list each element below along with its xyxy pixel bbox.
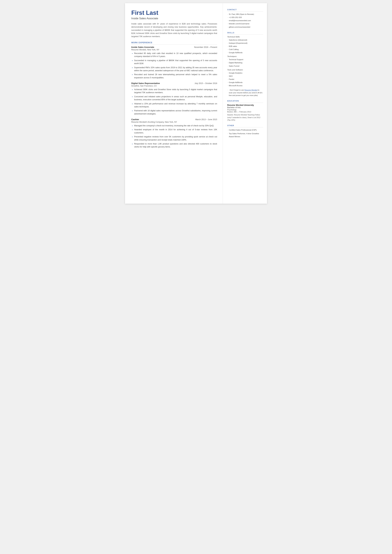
skill-technical-support: Technical Support [227,58,263,61]
skill-cold-calling: Cold Calling [227,48,263,51]
bullet-1-3: Superseded RW's 32% sales quota from 201… [131,66,217,72]
edu-dates: Boston, MA — February 2013 [227,111,263,113]
bullet-2-3: Attained a 15% job performance and reven… [131,102,217,108]
contact-title: CONTACT [227,9,263,12]
edu-degree: Bachelor of Arts [227,107,263,109]
other-item-1: Certified Sales Professional (CSP). [227,128,263,132]
bullet-2-1: Achieved 300K clicks and Growthsi Store … [131,88,217,94]
edu-school: Resume Worded University [227,104,263,106]
resume-worded-link[interactable]: Resume Worded [245,89,257,91]
job-block-3: Cashier March 2013 – June 2015 Resume Wo… [131,118,217,149]
skills-category-tools: Tools and Software: [227,69,263,71]
left-column: First Last Inside Sales Associate Inside… [125,3,223,204]
skill-seo: SEO [227,75,263,78]
job-title-1: Inside Sales Associate [131,46,154,48]
skill-b2b: B2B sales [227,45,263,48]
skills-note: · Don't forget to use Resume Worded to s… [227,89,263,97]
skill-sales-funnel: Sales Funnel [227,64,263,68]
right-column: CONTACT St. Paul, MN (Open to Remote) +1… [223,3,267,204]
job-header-1: Inside Sales Associate November 2018 – P… [131,46,217,48]
bullet-1-4: Recruited and trained 28 new telemarketi… [131,73,217,79]
contact-phone: +1-555-252-333 [227,16,263,19]
job-header-2: Digital Sales Representative July 2015 –… [131,82,217,85]
job-company-2: Growthsi, San Francisco, CA [131,85,217,87]
edu-awards: Awards: Resume Worded Teaching Fellow (o… [227,114,263,121]
bullet-3-4: Responded to more than 1.8K product ques… [131,142,217,149]
work-experience-title: WORK EXPERIENCE [131,42,217,45]
job-bullets-2: Achieved 300K clicks and Growthsi Store … [131,88,217,115]
bullet-3-1: Managed the company's check-out inventor… [131,124,217,127]
contact-section: CONTACT St. Paul, MN (Open to Remote) +1… [227,9,263,28]
skill-hubspot: Hubspot (Experienced) [227,42,263,45]
job-company-3: Resume Worded's Exciting Company, New Yo… [131,121,217,123]
skill-pardot: Pardot [227,78,263,81]
job-company-1: Resume Worded, New York, NY [131,49,217,51]
skills-section: SKILLS Technical Skills: Salesforce (Adv… [227,32,263,97]
job-block-1: Inside Sales Associate November 2018 – P… [131,46,217,79]
bullet-2-4: Partnered with 16 digital sales represen… [131,109,217,115]
contact-github: github.com/resumeworded [227,25,263,28]
bullet-3-2: Awarded employee of the month in 2014 fo… [131,128,217,134]
job-bullets-1: Recorded 95 daily cold calls that result… [131,52,217,79]
skill-salesforce: Salesforce (Advanced) [227,38,263,42]
contact-email: email@resumeworded.com [227,19,263,22]
bullet-2-2: Conceived and initiated sales projection… [131,95,217,101]
contact-linkedin: linkedin.com/in/username [227,22,263,25]
contact-location: St. Paul, MN (Open to Remote) [227,13,263,16]
other-title: OTHER [227,125,263,128]
work-experience-section: WORK EXPERIENCE Inside Sales Associate N… [131,42,217,149]
bullet-1-1: Recorded 95 daily cold calls that result… [131,52,217,58]
job-dates-2: July 2015 – October 2018 [195,82,217,85]
skill-google-analytics: Google Analytics [227,71,263,75]
job-title-main: Inside Sales Associate [131,17,217,20]
job-bullets-3: Managed the company's check-out inventor… [131,124,217,149]
education-section: EDUCATION Resume Worded University Bache… [227,100,263,121]
bullet-3-3: Prevented negative reviews from over 5K … [131,135,217,142]
job-block-2: Digital Sales Representative July 2015 –… [131,82,217,115]
candidate-name: First Last [131,9,217,16]
education-title: EDUCATION [227,100,263,103]
skills-category-technical: Technical Skills: [227,36,263,38]
edu-field: Psychology [227,109,263,111]
resume-page: First Last Inside Sales Associate Inside… [125,3,267,204]
skill-google-adwords-2: Google AdWords [227,81,263,84]
skills-category-techniques: Techniques: [227,55,263,57]
job-title-3: Cashier [131,118,139,121]
skills-title: SKILLS [227,32,263,35]
summary-text: Inside sales associate with 9+ years of … [131,22,217,38]
bullet-1-2: Succeeded in managing a pipeline of $800… [131,59,217,65]
skill-digital-marketing: Digital Marketing [227,61,263,64]
skill-microsoft-access: Microsoft Access [227,84,263,87]
other-item-2: Top Sales Performer, 4-time Growthsi Awa… [227,132,263,138]
job-dates-3: March 2013 – June 2015 [195,118,217,121]
job-title-2: Digital Sales Representative [131,82,160,85]
skill-google-adwords-1: Google AdWords [227,51,263,54]
other-section: OTHER Certified Sales Professional (CSP)… [227,125,263,138]
job-header-3: Cashier March 2013 – June 2015 [131,118,217,121]
job-dates-1: November 2018 – Present [194,46,217,48]
